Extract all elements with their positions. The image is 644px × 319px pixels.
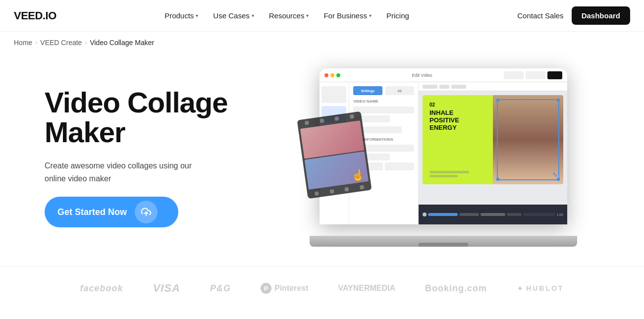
- chevron-down-icon: ▾: [369, 13, 372, 18]
- collage-number: 02: [429, 102, 486, 107]
- film-hole: [305, 121, 309, 125]
- logo[interactable]: VEED.IO: [14, 9, 56, 22]
- film-hole: [320, 118, 324, 123]
- collage-text-line2: POSITIVE: [429, 117, 486, 124]
- chevron-down-icon: ▾: [196, 13, 198, 18]
- chevron-down-icon: ▾: [252, 13, 254, 18]
- cta-label: Get Started Now: [57, 207, 127, 217]
- collage-text-line1: INHALE: [429, 109, 486, 117]
- window-controls: [324, 73, 340, 77]
- sidebar-icon[interactable]: [322, 86, 346, 103]
- minimize-dot: [330, 73, 334, 77]
- cursor-icon: ☝: [350, 168, 365, 183]
- chevron-down-icon: ▾: [306, 13, 309, 18]
- brand-pg: P&G: [210, 283, 231, 294]
- breadcrumb-separator: ›: [35, 39, 37, 46]
- pinterest-label: Pinterest: [274, 284, 308, 293]
- film-hole: [329, 189, 334, 194]
- tab-all[interactable]: All: [398, 89, 402, 93]
- brand-visa: VISA: [153, 282, 180, 295]
- tab-settings[interactable]: Settings: [361, 89, 375, 93]
- filmstrip: ☝: [297, 111, 372, 199]
- dashboard-button[interactable]: Dashboard: [572, 6, 630, 25]
- film-hole: [360, 185, 364, 189]
- brand-pinterest: P Pinterest: [261, 283, 308, 294]
- breadcrumb-home[interactable]: Home: [14, 39, 32, 47]
- nav-use-cases[interactable]: Use Cases ▾: [207, 7, 260, 24]
- close-dot: [324, 73, 328, 77]
- editor-canvas: 02 INHALE POSITIVE ENERGY: [419, 82, 567, 224]
- contact-sales-link[interactable]: Contact Sales: [517, 11, 563, 20]
- nav-products[interactable]: Products ▾: [159, 7, 204, 24]
- film-hole: [350, 114, 354, 119]
- breadcrumb-veed-create[interactable]: VEED Create: [40, 39, 82, 47]
- hero-right: Edit Video: [272, 68, 614, 247]
- get-started-button[interactable]: Get Started Now: [45, 197, 178, 227]
- maximize-dot: [336, 73, 340, 77]
- editor-title: Edit Video: [344, 73, 500, 78]
- header: VEED.IO Products ▾ Use Cases ▾ Resources…: [0, 0, 644, 32]
- laptop-notch: [419, 243, 468, 247]
- nav-for-business[interactable]: For Business ▾: [318, 7, 377, 24]
- brand-vayner: VAYNERMEDIA: [338, 284, 395, 293]
- upload-icon: [135, 201, 158, 223]
- brand-facebook: facebook: [80, 283, 123, 294]
- breadcrumb-current: Video Collage Maker: [90, 39, 154, 47]
- header-right: Contact Sales Dashboard: [517, 6, 630, 25]
- hublot-icon: ✦: [517, 284, 523, 293]
- panel-label: Video Name: [353, 99, 414, 104]
- hero-subtitle: Create awesome video collages using our …: [45, 160, 213, 185]
- brand-hublot: ✦ HUBLOT: [517, 284, 564, 293]
- breadcrumb: Home › VEED Create › Video Collage Maker: [0, 32, 644, 53]
- hero-left: Video Collage Maker Create awesome video…: [45, 88, 253, 228]
- film-hole: [315, 191, 319, 196]
- film-hole: [345, 187, 349, 192]
- breadcrumb-separator: ›: [85, 39, 87, 46]
- collage-text-line3: ENERGY: [429, 124, 486, 132]
- hublot-label: HUBLOT: [526, 284, 564, 292]
- editor-topbar: Edit Video: [320, 68, 567, 82]
- laptop-base: [310, 236, 577, 247]
- film-hole: [335, 116, 339, 121]
- main-nav: Products ▾ Use Cases ▾ Resources ▾ For B…: [159, 7, 415, 24]
- hero-title: Video Collage Maker: [45, 88, 253, 148]
- laptop-mockup: Edit Video: [310, 68, 577, 247]
- nav-resources[interactable]: Resources ▾: [263, 7, 315, 24]
- brands-section: facebook VISA P&G P Pinterest VAYNERMEDI…: [0, 266, 644, 310]
- nav-pricing[interactable]: Pricing: [380, 7, 415, 24]
- brand-booking: Booking.com: [425, 283, 487, 294]
- hero-section: Video Collage Maker Create awesome video…: [0, 53, 644, 266]
- pinterest-icon: P: [261, 283, 271, 294]
- panel-input: [353, 106, 414, 113]
